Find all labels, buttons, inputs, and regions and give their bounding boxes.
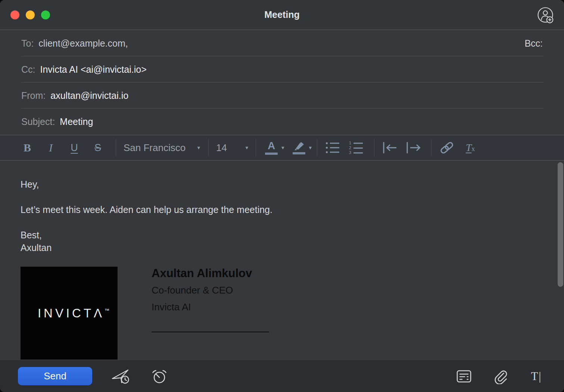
toolbar-divider: [374, 139, 374, 156]
title-bar: Meeting: [0, 0, 564, 30]
italic-button[interactable]: I: [43, 139, 59, 157]
signature-logo-image[interactable]: INVICTΛ™: [21, 267, 118, 360]
window-title: Meeting: [0, 9, 564, 20]
send-later-button[interactable]: [111, 368, 130, 385]
signature-role: Co-founder & CEO: [152, 285, 269, 295]
indent-button[interactable]: [405, 139, 421, 157]
bullet-list-button[interactable]: [325, 139, 340, 157]
send-later-icon: [111, 368, 130, 385]
highlight-color-button[interactable]: [291, 139, 307, 157]
from-select[interactable]: axultan@invictai.io: [50, 90, 128, 101]
signature-name: Axultan Alimkulov: [152, 267, 269, 279]
text-cursor-icon: T|: [531, 370, 542, 383]
templates-button[interactable]: [454, 368, 474, 385]
email-signature: INVICTΛ™ Axultan Alimkulov Co-founder & …: [21, 267, 542, 360]
toolbar-divider: [116, 139, 116, 156]
bottom-toolbar: Send: [0, 360, 564, 392]
bcc-toggle[interactable]: Bcc:: [524, 38, 543, 49]
body-paragraph: Let’s meet this week. Aiden can help us …: [21, 203, 542, 216]
from-field-row[interactable]: From: axultan@invictai.io: [0, 82, 564, 109]
font-size-select[interactable]: 14 ▾: [216, 142, 248, 154]
chevron-down-icon: ▾: [197, 144, 200, 151]
template-card-icon: [456, 369, 472, 383]
signature-text-block: Axultan Alimkulov Co-founder & CEO Invic…: [152, 267, 269, 360]
plain-text-button[interactable]: T|: [527, 368, 546, 385]
cc-label: Cc:: [21, 64, 35, 75]
outdent-icon: [382, 141, 398, 154]
toolbar-divider: [256, 139, 256, 156]
svg-text:2: 2: [349, 145, 351, 150]
svg-text:3: 3: [349, 150, 351, 154]
strikethrough-icon: S: [94, 142, 101, 154]
numbered-list-icon: 1 2 3: [349, 141, 364, 154]
body-closing: Best,Axultan: [21, 229, 542, 254]
text-color-icon: A: [265, 141, 278, 155]
font-family-value: San Francisco: [124, 142, 186, 154]
svg-text:1: 1: [349, 141, 351, 145]
text-color-button[interactable]: A: [264, 139, 279, 157]
insert-link-button[interactable]: [439, 139, 455, 157]
toolbar-divider: [208, 139, 209, 156]
bold-icon: B: [24, 141, 31, 154]
to-label: To:: [21, 38, 34, 49]
compose-window: Meeting To: client@example.com, Bcc: Cc:…: [0, 0, 564, 392]
send-button[interactable]: Send: [18, 367, 92, 385]
alarm-clock-icon: [151, 368, 168, 385]
subject-input[interactable]: Meeting: [60, 116, 93, 127]
signature-divider: [152, 332, 269, 332]
to-field-row[interactable]: To: client@example.com, Bcc:: [0, 30, 564, 56]
signature-company: Invicta AI: [152, 302, 269, 312]
strikethrough-button[interactable]: S: [90, 139, 106, 157]
underline-button[interactable]: U: [66, 139, 82, 157]
chevron-down-icon[interactable]: ▾: [309, 144, 312, 151]
formatting-toolbar: B I U S San Francisco ▾ 14 ▾ A ▾: [0, 135, 564, 161]
invicta-logo: INVICTΛ™: [38, 307, 109, 319]
indent-icon: [405, 141, 421, 154]
reminder-button[interactable]: [150, 368, 169, 385]
cc-field-row[interactable]: Cc: Invicta AI <ai@invictai.io>: [0, 56, 564, 82]
clear-formatting-icon: Tx: [466, 142, 475, 154]
link-icon: [439, 140, 454, 155]
underline-icon: U: [71, 142, 78, 154]
subject-label: Subject:: [21, 116, 55, 127]
bullet-list-icon: [325, 141, 340, 154]
highlighter-icon: [293, 141, 305, 154]
italic-icon: I: [49, 141, 53, 154]
bold-button[interactable]: B: [19, 139, 35, 157]
toolbar-divider: [431, 139, 431, 156]
subject-field-row[interactable]: Subject: Meeting: [0, 109, 564, 135]
numbered-list-button[interactable]: 1 2 3: [348, 139, 364, 157]
vertical-scrollbar[interactable]: [558, 162, 563, 287]
add-contact-icon[interactable]: [536, 6, 554, 24]
clear-formatting-button[interactable]: Tx: [462, 139, 478, 157]
toolbar-divider: [317, 139, 317, 156]
paperclip-icon: [492, 369, 508, 384]
font-size-value: 14: [216, 142, 227, 154]
outdent-button[interactable]: [382, 139, 398, 157]
chevron-down-icon: ▾: [245, 144, 248, 151]
cc-input[interactable]: Invicta AI <ai@invictai.io>: [40, 64, 147, 75]
message-body-editor[interactable]: Hey, Let’s meet this week. Aiden can hel…: [0, 161, 564, 360]
to-input[interactable]: client@example.com,: [38, 38, 128, 49]
from-label: From:: [21, 90, 46, 101]
chevron-down-icon[interactable]: ▾: [281, 144, 284, 151]
font-family-select[interactable]: San Francisco ▾: [124, 142, 200, 154]
attach-file-button[interactable]: [490, 368, 510, 385]
body-paragraph: Hey,: [21, 178, 542, 191]
